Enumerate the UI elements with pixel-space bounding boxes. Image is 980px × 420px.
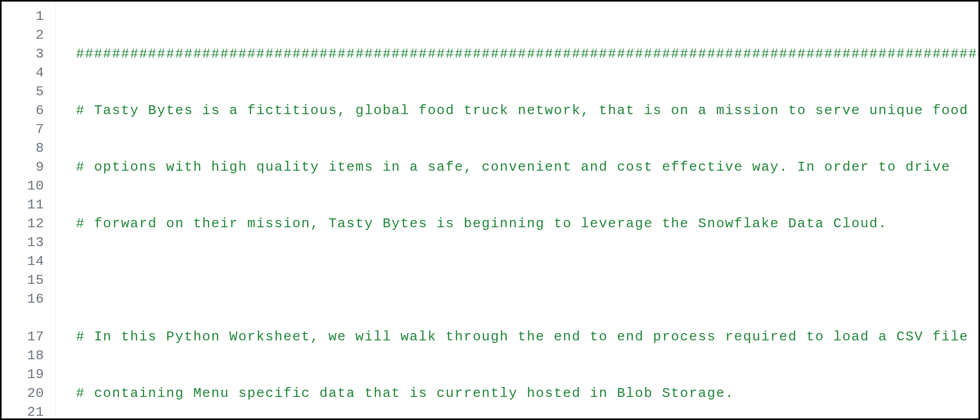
- line-number: 3: [2, 45, 56, 63]
- comment-text: ########################################…: [76, 46, 978, 62]
- code-line[interactable]: # In this Python Worksheet, we will walk…: [76, 327, 978, 346]
- editor-frame: 123456789101112131415161718192021 ######…: [0, 0, 980, 420]
- line-number: 1: [2, 7, 56, 26]
- comment-text: # Tasty Bytes is a fictitious, global fo…: [76, 103, 968, 118]
- code-line[interactable]: # Tasty Bytes is a fictitious, global fo…: [76, 101, 978, 120]
- line-number: 11: [2, 195, 56, 214]
- line-number: 9: [2, 158, 56, 176]
- line-number: 14: [2, 252, 56, 271]
- code-line[interactable]: # options with high quality items in a s…: [76, 158, 978, 176]
- line-number: 7: [2, 120, 56, 139]
- line-number: 21: [2, 403, 56, 420]
- comment-text: # In this Python Worksheet, we will walk…: [76, 329, 968, 345]
- line-number: 18: [2, 346, 56, 365]
- line-number: 5: [2, 82, 56, 101]
- comment-text: # options with high quality items in a s…: [76, 159, 951, 175]
- comment-text: # forward on their mission, Tasty Bytes …: [76, 216, 887, 231]
- line-number: 4: [2, 63, 56, 82]
- code-area[interactable]: ########################################…: [56, 2, 978, 418]
- code-line[interactable]: ########################################…: [76, 45, 978, 63]
- line-number: 2: [2, 26, 56, 45]
- line-number: 17: [2, 327, 56, 346]
- line-number: 19: [2, 365, 56, 384]
- code-editor[interactable]: 123456789101112131415161718192021 ######…: [2, 2, 978, 418]
- line-number: 13: [2, 233, 56, 252]
- line-number-gutter: 123456789101112131415161718192021: [2, 2, 56, 418]
- comment-text: # containing Menu specific data that is …: [76, 385, 734, 401]
- code-line[interactable]: # forward on their mission, Tasty Bytes …: [76, 214, 978, 233]
- line-number: 6: [2, 101, 56, 120]
- line-number: 8: [2, 139, 56, 158]
- line-number: 15: [2, 271, 56, 290]
- line-number: 20: [2, 384, 56, 403]
- line-number: 10: [2, 176, 56, 195]
- code-line[interactable]: # containing Menu specific data that is …: [76, 384, 978, 403]
- code-line[interactable]: [76, 271, 978, 290]
- line-number: 16: [2, 290, 56, 327]
- line-number: 12: [2, 214, 56, 233]
